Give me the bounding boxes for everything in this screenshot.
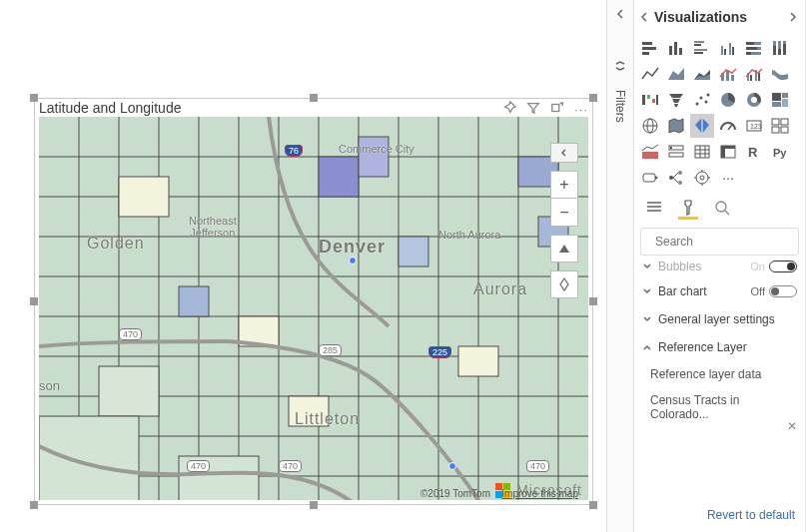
zoom-out-button[interactable]: −: [550, 199, 578, 227]
viz-stacked-bar[interactable]: [638, 36, 662, 60]
viz-clustered-column[interactable]: [716, 36, 740, 60]
viz-map[interactable]: [638, 114, 662, 138]
viz-kpi[interactable]: [638, 140, 662, 164]
viz-line-stacked-column[interactable]: [716, 62, 740, 86]
format-search[interactable]: [640, 228, 799, 256]
focus-icon[interactable]: [550, 101, 564, 118]
viz-r[interactable]: R: [742, 140, 766, 164]
pitch-button[interactable]: [550, 235, 578, 263]
section-barchart[interactable]: Bar chart Off: [634, 277, 805, 305]
svg-rect-49: [647, 95, 650, 99]
map-expand-icon[interactable]: [550, 143, 578, 163]
svg-rect-59: [772, 93, 781, 101]
search-input[interactable]: [653, 234, 806, 250]
viz-card[interactable]: 123: [742, 114, 766, 138]
svg-rect-26: [724, 49, 726, 55]
pin-icon[interactable]: [502, 101, 516, 118]
svg-rect-100: [647, 206, 661, 208]
viz-area[interactable]: [664, 62, 688, 86]
svg-rect-84: [721, 146, 725, 158]
style-button[interactable]: [550, 270, 578, 298]
viz-key-influencers[interactable]: [638, 166, 662, 190]
analytics-tab[interactable]: [712, 200, 732, 220]
svg-rect-25: [721, 46, 723, 55]
viz-arcgis-map[interactable]: [690, 114, 714, 138]
section-reference-layer[interactable]: Reference Layer: [634, 333, 805, 361]
viz-100-stacked-bar[interactable]: [742, 36, 766, 60]
viz-scatter[interactable]: [690, 88, 714, 112]
barchart-toggle[interactable]: [769, 285, 797, 297]
format-tab[interactable]: [678, 200, 698, 220]
svg-rect-45: [750, 75, 752, 81]
bubbles-toggle[interactable]: [769, 261, 797, 272]
filters-pane-collapsed[interactable]: Filters: [606, 0, 634, 532]
viz-pie[interactable]: [716, 88, 740, 112]
fields-tab[interactable]: [644, 200, 664, 220]
reference-layer-data-label: Reference layer data: [634, 361, 805, 387]
viz-decomposition[interactable]: [664, 166, 688, 190]
visualization-gallery: 123 R Py ···: [634, 34, 805, 192]
viz-stacked-area[interactable]: [690, 62, 714, 86]
viz-treemap[interactable]: [768, 88, 792, 112]
svg-point-55: [707, 94, 710, 97]
svg-rect-40: [783, 44, 786, 55]
viz-donut[interactable]: [742, 88, 766, 112]
viz-gauge[interactable]: [716, 114, 740, 138]
filter-icon[interactable]: [526, 101, 540, 118]
chevron-left-icon[interactable]: [638, 11, 650, 23]
viz-slicer[interactable]: [664, 140, 688, 164]
viz-table[interactable]: [690, 140, 714, 164]
svg-rect-3: [359, 137, 389, 177]
viz-line[interactable]: [638, 62, 662, 86]
viz-multi-card[interactable]: [768, 114, 792, 138]
toggle-state: Off: [751, 285, 765, 297]
svg-point-52: [696, 103, 699, 106]
svg-rect-75: [669, 153, 683, 157]
viz-ribbon[interactable]: [768, 62, 792, 86]
section-general-layer[interactable]: General layer settings: [634, 305, 805, 333]
viz-line-clustered-column[interactable]: [742, 62, 766, 86]
svg-rect-69: [772, 119, 779, 125]
svg-rect-99: [647, 202, 661, 204]
shield-i76: 76: [285, 145, 303, 157]
viz-filled-map[interactable]: [664, 114, 688, 138]
svg-rect-72: [781, 127, 788, 133]
svg-rect-16: [642, 47, 656, 50]
viz-funnel[interactable]: [664, 88, 688, 112]
close-icon[interactable]: ✕: [787, 419, 797, 433]
reference-layer-item[interactable]: Census Tracts in Colorado... ✕: [634, 387, 805, 427]
viz-qa[interactable]: [690, 166, 714, 190]
report-canvas[interactable]: Latitude and Longitude ···: [0, 0, 606, 532]
svg-rect-9: [119, 177, 169, 217]
svg-rect-50: [652, 99, 655, 103]
chevron-right-icon[interactable]: [787, 11, 799, 23]
zoom-in-button[interactable]: +: [550, 171, 578, 199]
section-label: Bubbles: [658, 260, 750, 273]
visualizations-pane: Visualizations 123 R: [634, 0, 806, 532]
viz-waterfall[interactable]: [638, 88, 662, 112]
chevron-left-icon: [614, 8, 626, 20]
svg-rect-51: [656, 95, 658, 105]
more-icon[interactable]: ···: [574, 102, 588, 117]
shield-470d: 470: [526, 460, 549, 472]
svg-text:123: 123: [750, 123, 762, 130]
viz-python[interactable]: Py: [768, 140, 792, 164]
revert-to-default-link[interactable]: Revert to default: [634, 498, 805, 532]
map-visual[interactable]: Latitude and Longitude ···: [34, 98, 593, 505]
viz-clustered-bar[interactable]: [690, 36, 714, 60]
svg-rect-36: [773, 46, 776, 55]
viz-stacked-column[interactable]: [664, 36, 688, 60]
svg-rect-101: [647, 210, 661, 212]
shield-470b: 470: [187, 460, 210, 472]
improve-map-link[interactable]: Improve this map: [501, 488, 578, 499]
viz-100-stacked-column[interactable]: [768, 36, 792, 60]
section-bubbles[interactable]: Bubbles On: [634, 260, 805, 277]
viz-matrix[interactable]: [716, 140, 740, 164]
svg-point-58: [751, 97, 757, 103]
map-area[interactable]: Denver Aurora Golden Littleton Northeast…: [39, 117, 588, 500]
svg-point-90: [678, 181, 682, 185]
viz-more-icon[interactable]: ···: [716, 166, 740, 190]
shield-470a: 470: [119, 328, 142, 340]
svg-point-53: [700, 97, 703, 100]
svg-rect-43: [731, 75, 734, 81]
